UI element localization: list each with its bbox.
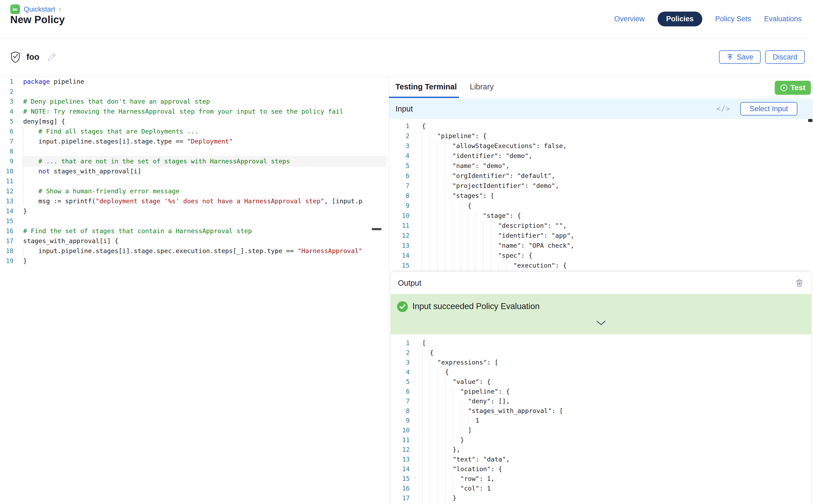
code-line: "col": 1: [422, 484, 491, 493]
code-line: "orgIdentifier": "default",: [422, 171, 555, 181]
code-line: input.pipeline.stages[i].stage.type == "…: [23, 137, 233, 146]
line-number: 5: [0, 117, 13, 127]
shield-check-icon: [10, 51, 21, 63]
nav-item-policy-sets[interactable]: Policy Sets: [715, 15, 751, 23]
code-line: "value": {: [422, 377, 491, 387]
code-line: {: [422, 121, 426, 131]
edit-pencil-icon[interactable]: [46, 52, 57, 62]
line-number: 7: [391, 396, 410, 406]
line-number: 12: [0, 186, 13, 196]
code-line: [: [422, 338, 426, 348]
line-number: 5: [391, 377, 410, 387]
code-line: {: [422, 367, 449, 377]
line-number: 13: [0, 196, 13, 206]
save-button[interactable]: Save: [719, 50, 761, 64]
line-number: 7: [0, 137, 13, 146]
policy-name: foo: [26, 52, 39, 62]
code-line: # Find the set of stages that contain a …: [23, 226, 252, 236]
code-line: "identifier": "app",: [422, 231, 574, 241]
code-line: }: [23, 256, 27, 266]
line-number: 9: [391, 416, 410, 425]
chevron-right-icon: ›: [59, 5, 61, 13]
line-number: 1: [391, 338, 410, 348]
input-cursor-marker: [808, 119, 812, 122]
line-number: 17: [0, 236, 13, 246]
code-line: }: [23, 206, 27, 216]
line-number: 14: [389, 251, 410, 261]
line-number: 10: [389, 211, 410, 221]
code-line: },: [422, 445, 460, 454]
line-number: 13: [391, 454, 410, 464]
code-line: "identifier": "demo",: [422, 151, 532, 161]
code-line: # Find all stages that are Deployments .…: [23, 127, 198, 137]
success-check-icon: [397, 301, 408, 312]
line-number: 12: [389, 231, 410, 241]
line-number: 3: [389, 141, 410, 151]
line-number: 8: [391, 406, 410, 416]
page-header: ∞ Quickstart › New Policy Overview Polic…: [0, 0, 813, 38]
code-line: {: [422, 201, 472, 211]
line-number: 19: [0, 256, 13, 266]
code-line: "text": "data",: [422, 454, 510, 464]
line-number: 6: [0, 127, 13, 137]
line-number: 18: [391, 503, 410, 504]
test-button[interactable]: Test: [775, 81, 811, 95]
line-number: 2: [391, 348, 410, 358]
line-number: 17: [391, 493, 410, 503]
line-number: 4: [389, 151, 410, 161]
policy-code-editor[interactable]: 1package pipeline23# Deny pipelines that…: [0, 76, 389, 504]
code-line: "description": "",: [422, 221, 567, 231]
line-number: 14: [391, 464, 410, 474]
chevron-down-icon[interactable]: [596, 320, 606, 326]
line-number: 13: [389, 241, 410, 251]
code-line: }: [422, 435, 464, 445]
nav-item-evaluations[interactable]: Evaluations: [764, 15, 802, 23]
active-tab-underline: [389, 97, 459, 98]
line-number: 9: [389, 201, 410, 211]
line-number: 11: [389, 221, 410, 231]
line-number: 14: [0, 206, 13, 216]
line-number: 2: [389, 131, 410, 141]
code-line: "execution": {: [422, 261, 567, 271]
line-number: 1: [389, 121, 410, 131]
line-number: 15: [389, 261, 410, 271]
line-number: 16: [391, 484, 410, 493]
code-line: # ... that are not in the set of stages …: [23, 156, 290, 166]
code-line: "allowStageExecutions": false,: [422, 141, 567, 151]
discard-button[interactable]: Discard: [765, 50, 805, 64]
line-number: 11: [391, 435, 410, 445]
line-number: 12: [391, 445, 410, 454]
input-section-header: Input </> Select Input: [389, 99, 813, 119]
code-line: "expressions": [: [422, 358, 498, 367]
test-button-label: Test: [790, 83, 805, 92]
terminal-tabs: Testing Terminal Library Test: [389, 76, 813, 99]
line-number: 6: [391, 387, 410, 396]
code-line: }: [422, 503, 449, 504]
line-number: 7: [389, 181, 410, 191]
code-line: "deny": [],: [422, 396, 510, 406]
code-line: "projectIdentifier": "demo",: [422, 181, 559, 191]
code-view-icon[interactable]: </>: [716, 105, 731, 113]
line-number: 10: [0, 166, 13, 176]
input-label: Input: [395, 104, 413, 113]
tab-testing-terminal[interactable]: Testing Terminal: [395, 82, 457, 91]
code-line: "stages": [: [422, 191, 494, 201]
code-line: "stages_with_approval": [: [422, 406, 563, 416]
discard-button-label: Discard: [773, 53, 797, 61]
code-line: # Show a human-friendly error message: [23, 186, 179, 196]
input-json-editor[interactable]: 1{2 "pipeline": {3 "allowStageExecutions…: [389, 119, 813, 275]
code-line: "spec": {: [422, 251, 532, 261]
output-json-editor[interactable]: 1[2 {3 "expressions": [4 {5 "value": {6 …: [391, 334, 811, 504]
breadcrumb-link-quickstart[interactable]: Quickstart: [24, 5, 55, 13]
line-number: 15: [391, 474, 410, 484]
testing-terminal-panel: Testing Terminal Library Test Input </> …: [389, 76, 813, 504]
line-number: 4: [0, 107, 13, 117]
trash-icon[interactable]: [795, 279, 803, 287]
nav-item-overview[interactable]: Overview: [614, 15, 645, 23]
tab-library[interactable]: Library: [470, 82, 494, 91]
nav-item-policies[interactable]: Policies: [658, 12, 702, 26]
code-line: "pipeline": {: [422, 131, 487, 141]
code-line: "name": "demo",: [422, 161, 510, 171]
select-input-button[interactable]: Select Input: [740, 102, 797, 115]
code-line: # NOTE: Try removing the HarnessApproval…: [23, 107, 343, 117]
